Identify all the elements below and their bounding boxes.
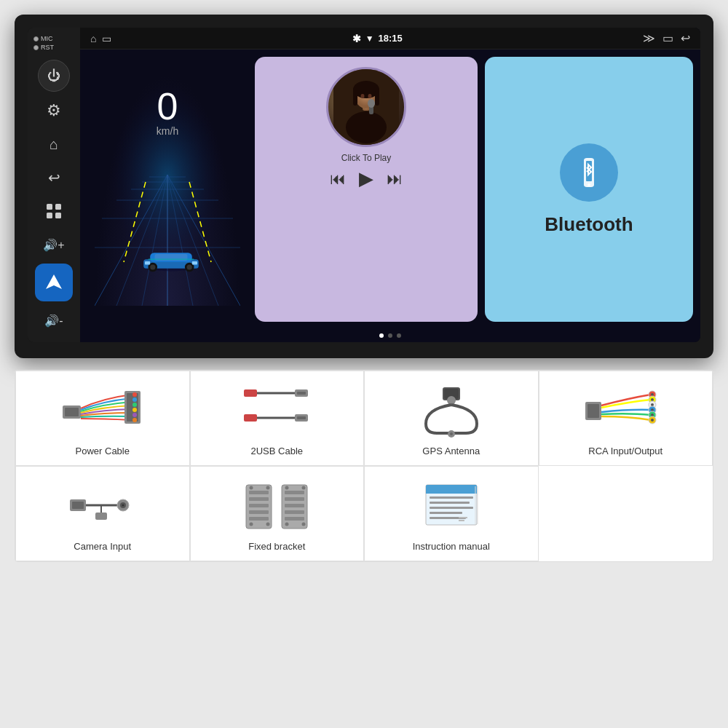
camera-input-label: Camera Input: [74, 541, 131, 552]
svg-rect-93: [249, 504, 269, 507]
dot-indicator: [80, 329, 700, 342]
svg-rect-1: [55, 204, 61, 210]
status-left: ⌂ ▭: [90, 33, 111, 44]
bracket-image: [198, 477, 357, 535]
next-button[interactable]: ⏭: [387, 170, 403, 189]
bluetooth-status-icon: ✱: [352, 33, 361, 44]
svg-point-97: [266, 486, 270, 489]
status-right: ≫ ▭ ↩: [643, 31, 690, 45]
navigation-button[interactable]: [35, 264, 73, 301]
svg-rect-58: [297, 392, 306, 395]
accessory-cell-rca: RCA Input/Output: [539, 371, 713, 466]
menu-status-icon: ▭: [102, 33, 111, 44]
volume-down-button[interactable]: 🔊-: [39, 306, 68, 335]
svg-rect-102: [285, 497, 304, 501]
svg-rect-30: [192, 261, 197, 265]
dot-2: [388, 333, 392, 338]
svg-point-40: [368, 94, 372, 98]
svg-point-26: [150, 264, 155, 269]
svg-rect-119: [459, 520, 464, 521]
svg-rect-101: [285, 491, 304, 494]
prev-button[interactable]: ⏮: [330, 170, 346, 189]
svg-rect-114: [430, 502, 470, 504]
accessory-cell-power-cable: Power Cable: [15, 371, 190, 466]
svg-point-53: [132, 413, 137, 417]
usb-cable-image: [198, 381, 357, 440]
power-button[interactable]: ⏻: [38, 60, 70, 92]
music-panel[interactable]: Click To Play ⏮ ▶ ⏭: [255, 57, 478, 322]
bluetooth-panel[interactable]: Bluetooth: [485, 57, 693, 322]
home-button[interactable]: ⌂: [39, 130, 68, 159]
accessory-cell-usb-cable: 2USB Cable: [190, 371, 365, 466]
status-center: ✱ ▼ 18:15: [352, 33, 403, 44]
accessory-cell-camera-input: Camera Input: [15, 466, 190, 561]
accessory-cell-manual: Instruction manual: [364, 466, 539, 561]
bluetooth-phone-icon: [560, 143, 618, 202]
svg-rect-91: [249, 491, 269, 494]
svg-point-109: [302, 522, 306, 526]
svg-rect-69: [587, 404, 599, 418]
accessories-grid: Power Cable 2USB Cable: [15, 371, 713, 561]
svg-point-87: [122, 504, 124, 506]
time-display: 18:15: [379, 33, 403, 44]
svg-rect-3: [55, 213, 61, 218]
mic-label: MIC: [33, 35, 80, 42]
dot-3: [397, 333, 401, 338]
volume-up-button[interactable]: 🔊+: [39, 230, 68, 259]
road-scene: 0 km/h: [95, 73, 240, 306]
svg-rect-112: [426, 492, 477, 494]
svg-rect-115: [430, 507, 473, 509]
svg-rect-118: [459, 517, 467, 518]
dashboard: 0 km/h: [87, 57, 248, 322]
svg-rect-55: [244, 389, 257, 397]
usb-cable-label: 2USB Cable: [250, 446, 303, 456]
svg-point-50: [132, 397, 137, 402]
svg-point-75: [651, 403, 654, 406]
svg-rect-103: [285, 504, 304, 507]
sidebar: MIC RST ⏻ ⚙ ⌂ ↩ 🔊+: [28, 28, 80, 342]
accessories-section: Power Cable 2USB Cable: [15, 370, 713, 562]
speed-number: 0: [157, 87, 178, 125]
svg-point-79: [651, 414, 654, 416]
svg-rect-31: [149, 258, 194, 260]
svg-point-108: [285, 522, 289, 526]
gps-antenna-label: GPS Antenna: [422, 446, 480, 456]
svg-rect-105: [285, 517, 304, 521]
svg-rect-92: [249, 497, 269, 501]
dot-1: [379, 333, 384, 338]
svg-point-107: [302, 486, 306, 489]
click-to-play-label: Click To Play: [341, 153, 391, 163]
bluetooth-label: Bluetooth: [545, 213, 633, 236]
bracket-label: Fixed bracket: [248, 541, 305, 552]
screen-content: 0 km/h: [80, 50, 700, 329]
play-button[interactable]: ▶: [359, 167, 373, 190]
svg-point-51: [132, 403, 137, 407]
svg-rect-48: [127, 393, 138, 422]
svg-point-106: [285, 486, 289, 489]
svg-point-54: [132, 418, 137, 422]
svg-rect-88: [95, 513, 107, 520]
svg-rect-116: [430, 512, 462, 514]
music-controls: ⏮ ▶ ⏭: [330, 167, 403, 190]
svg-rect-62: [297, 416, 306, 419]
svg-rect-95: [249, 517, 269, 521]
sidebar-labels: MIC RST: [28, 35, 80, 51]
svg-point-81: [651, 419, 654, 422]
gps-antenna-image: [372, 381, 531, 440]
back-button[interactable]: ↩: [39, 163, 68, 192]
radio-bezel: MIC RST ⏻ ⚙ ⌂ ↩ 🔊+: [28, 28, 700, 342]
window-status-icon: ▭: [662, 31, 673, 45]
camera-input-image: [23, 477, 182, 535]
apps-button[interactable]: [39, 197, 68, 226]
speed-display: 0 km/h: [157, 87, 178, 137]
car-image: [138, 241, 197, 277]
svg-point-99: [266, 522, 270, 526]
settings-button[interactable]: ⚙: [39, 96, 68, 125]
back-status-icon: ↩: [681, 31, 690, 45]
speed-unit: km/h: [157, 125, 178, 137]
manual-label: Instruction manual: [413, 541, 490, 552]
svg-rect-0: [47, 204, 52, 210]
svg-point-77: [651, 408, 654, 411]
home-status-icon: ⌂: [90, 33, 96, 44]
status-bar: ⌂ ▭ ✱ ▼ 18:15 ≫ ▭ ↩: [80, 28, 700, 50]
